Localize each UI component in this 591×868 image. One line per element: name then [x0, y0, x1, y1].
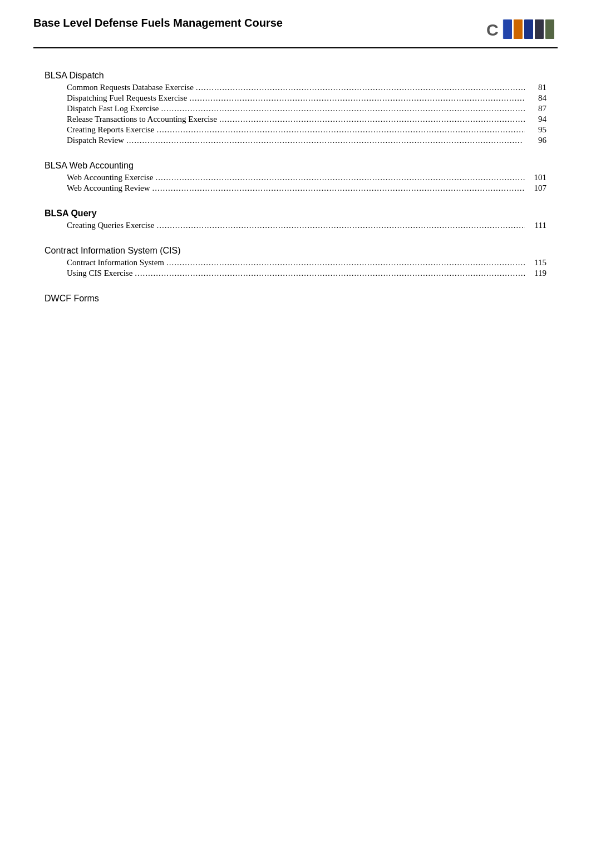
toc-entry-label: Using CIS Exercise	[67, 269, 132, 278]
toc-entry-dots: ........................................…	[135, 269, 525, 278]
header-logo: C	[485, 17, 558, 42]
toc-entry-label: Creating Queries Exercise	[67, 221, 154, 230]
toc-entry: Dispatch Fast Log Exercise .............…	[45, 104, 546, 113]
toc-entry-dots: ........................................…	[166, 258, 525, 267]
dwcf-forms-heading: DWCF Forms	[45, 294, 546, 304]
svg-rect-5	[545, 19, 554, 39]
toc-entry: Using CIS Exercise .....................…	[45, 269, 546, 278]
toc-entry-dots: ........................................…	[189, 93, 525, 103]
toc-entry-page: 94	[527, 115, 546, 124]
section-blsa-query: BLSA QueryCreating Queries Exercise ....…	[45, 209, 546, 230]
toc-entry-page: 107	[527, 183, 546, 193]
toc-entry: Web Accounting Exercise ................…	[45, 173, 546, 182]
toc-entry-dots: ........................................…	[161, 104, 525, 113]
toc-entry-dots: ........................................…	[155, 173, 525, 182]
section-heading-blsa-dispatch: BLSA Dispatch	[45, 71, 546, 81]
svg-rect-3	[524, 19, 533, 39]
toc-entry-page: 111	[527, 221, 546, 230]
section-heading-blsa-web-accounting: BLSA Web Accounting	[45, 161, 546, 171]
toc-entry-label: Release Transactions to Accounting Exerc…	[67, 115, 217, 124]
toc-entry-label: Dispatch Fast Log Exercise	[67, 104, 159, 113]
toc-entry-label: Web Accounting Exercise	[67, 173, 153, 182]
toc-entry-label: Common Requests Database Exercise	[67, 83, 194, 92]
toc-entry: Web Accounting Review ..................…	[45, 183, 546, 193]
toc-entry-dots: ........................................…	[152, 183, 525, 193]
dwcf-forms-section: DWCF Forms	[45, 294, 546, 304]
toc-entry-label: Contract Information System	[67, 258, 164, 267]
toc-entry-label: Creating Reports Exercise	[67, 125, 154, 135]
toc-entry: Contract Information System ............…	[45, 258, 546, 267]
section-contract-information-system: Contract Information System (CIS)Contrac…	[45, 246, 546, 278]
toc-entry-page: 115	[527, 258, 546, 267]
toc-entry: Dispatch Review ........................…	[45, 136, 546, 145]
toc-entry-page: 96	[527, 136, 546, 145]
toc-entry-page: 87	[527, 104, 546, 113]
section-blsa-web-accounting: BLSA Web AccountingWeb Accounting Exerci…	[45, 161, 546, 193]
toc-entry-label: Dispatching Fuel Requests Exercise	[67, 93, 187, 103]
toc-entry: Common Requests Database Exercise ......…	[45, 83, 546, 92]
section-heading-contract-information-system: Contract Information System (CIS)	[45, 246, 546, 256]
toc-entry-dots: ........................................…	[156, 125, 525, 135]
section-blsa-dispatch: BLSA DispatchCommon Requests Database Ex…	[45, 71, 546, 145]
section-heading-blsa-query: BLSA Query	[45, 209, 546, 219]
svg-rect-2	[514, 19, 523, 39]
page-header: Base Level Defense Fuels Management Cour…	[33, 17, 558, 48]
page-title: Base Level Defense Fuels Management Cour…	[33, 17, 283, 29]
logo-svg: C	[485, 17, 558, 42]
toc-entry-dots: ........................................…	[156, 221, 525, 230]
toc-entry-page: 101	[527, 173, 546, 182]
toc-entry: Dispatching Fuel Requests Exercise .....…	[45, 93, 546, 103]
svg-rect-4	[535, 19, 544, 39]
toc-entry-dots: ........................................…	[126, 136, 525, 145]
toc-entry-label: Web Accounting Review	[67, 183, 150, 193]
toc-entry-page: 81	[527, 83, 546, 92]
toc-content: BLSA DispatchCommon Requests Database Ex…	[33, 71, 558, 304]
svg-rect-1	[503, 19, 512, 39]
toc-entry-label: Dispatch Review	[67, 136, 124, 145]
toc-entry: Release Transactions to Accounting Exerc…	[45, 115, 546, 124]
toc-entry-dots: ........................................…	[196, 83, 525, 92]
toc-entry-page: 95	[527, 125, 546, 135]
page-container: Base Level Defense Fuels Management Cour…	[0, 0, 591, 868]
svg-text:C: C	[486, 21, 499, 39]
toc-entry: Creating Queries Exercise ..............…	[45, 221, 546, 230]
toc-entry-page: 119	[527, 269, 546, 278]
toc-sections: BLSA DispatchCommon Requests Database Ex…	[45, 71, 546, 278]
toc-entry-dots: ........................................…	[219, 115, 525, 124]
toc-entry-page: 84	[527, 93, 546, 103]
toc-entry: Creating Reports Exercise ..............…	[45, 125, 546, 135]
